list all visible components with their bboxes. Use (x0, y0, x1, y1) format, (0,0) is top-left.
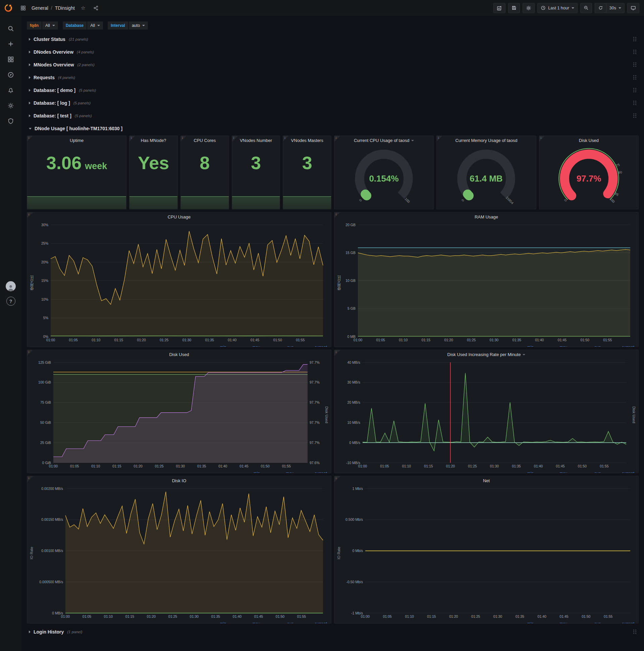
panel-title[interactable]: Current CPU Usage of taosd (334, 136, 433, 145)
info-icon[interactable]: i (437, 136, 443, 142)
row-database-log[interactable]: Database: [ log ] (5 panels) (27, 97, 639, 109)
chart-plot[interactable]: -1 Mb/s-0.50 Mb/s0 Mb/s0.500 Mb/s1 Mb/s0… (336, 486, 636, 620)
sidebar-item-alerting[interactable] (0, 83, 22, 98)
add-panel-button[interactable] (493, 3, 506, 13)
legend-column-header[interactable]: max (260, 471, 293, 473)
star-dashboard-button[interactable]: ☆ (78, 3, 88, 13)
info-icon[interactable]: i (27, 350, 33, 356)
info-icon[interactable]: i (283, 136, 289, 142)
sidebar-item-configuration[interactable] (0, 98, 22, 114)
row-login-history[interactable]: Login History (1 panel) (27, 626, 639, 638)
drag-handle-icon[interactable] (633, 629, 637, 634)
zoom-out-button[interactable] (580, 3, 592, 13)
drag-handle-icon[interactable] (633, 88, 637, 93)
panel-title[interactable]: Disk Used Increasing Rate per Minute (334, 350, 638, 359)
drag-handle-icon[interactable] (633, 37, 637, 41)
info-icon[interactable]: i (232, 136, 238, 142)
legend-column-header[interactable]: current (601, 621, 634, 623)
sidebar-item-server-admin[interactable] (0, 114, 22, 129)
legend-column-header[interactable]: min (193, 345, 226, 347)
legend-column-header[interactable]: min (193, 621, 226, 623)
panel-title[interactable]: VNodes Number (232, 136, 280, 145)
dashboard-settings-button[interactable] (523, 3, 535, 13)
legend-column-header[interactable]: avg (567, 621, 601, 623)
chart-plot[interactable]: -10 MB/s0 MB/s10 MB/s20 MB/s30 MB/s40 MB… (336, 360, 636, 469)
legend-column-header[interactable]: max (534, 345, 567, 347)
row-cluster-status[interactable]: Cluster Status (21 panels) (27, 34, 639, 45)
cycle-view-button[interactable] (627, 3, 639, 13)
legend-column-header[interactable]: current (601, 345, 634, 347)
chart-plot[interactable]: 0 MB/s0.000500 MB/s0.00100 MB/s0.00150 M… (29, 486, 329, 620)
refresh-interval-button[interactable]: 30s (606, 3, 624, 13)
legend-column-header[interactable]: current (601, 471, 634, 473)
panel-title[interactable]: Disk Used (27, 350, 331, 359)
variable-value-dropdown[interactable]: All (42, 22, 58, 30)
row-database-demo[interactable]: Database: [ demo ] (5 panels) (27, 85, 639, 96)
legend-column-header[interactable]: avg (260, 621, 293, 623)
panel-title[interactable]: Net (334, 476, 638, 485)
chart-plot[interactable]: 0%5%10%15%20%25%30%01:0001:0501:1001:150… (29, 222, 329, 343)
info-icon[interactable]: i (27, 136, 33, 142)
sidebar-item-search[interactable] (0, 21, 22, 36)
drag-handle-icon[interactable] (633, 114, 637, 118)
row-requests[interactable]: Requests (4 panels) (27, 72, 639, 83)
legend-column-header[interactable]: min (226, 471, 260, 473)
legend-column-header[interactable]: avg (260, 345, 293, 347)
panel-title[interactable]: CPU Cores (181, 136, 229, 145)
chart-plot[interactable]: 0 MB5 GB10 GB15 GB20 GB01:0001:0501:1001… (336, 222, 636, 343)
info-icon[interactable]: i (334, 212, 340, 218)
share-dashboard-button[interactable] (91, 3, 101, 13)
info-icon[interactable]: i (129, 136, 135, 142)
legend-column-header[interactable]: min (500, 471, 534, 473)
dashboard-grid-icon-button[interactable] (18, 3, 28, 13)
legend-column-header[interactable]: avg (567, 345, 601, 347)
panel-title[interactable]: Uptime (27, 136, 126, 145)
panel-title[interactable]: CPU Usage (27, 212, 331, 221)
breadcrumb-folder[interactable]: General (32, 5, 48, 11)
row-dnodes-overview[interactable]: DNodes Overview (4 panels) (27, 46, 639, 58)
row-mnodes-overview[interactable]: MNodes Overview (2 panels) (27, 59, 639, 70)
refresh-button[interactable] (595, 3, 606, 13)
save-dashboard-button[interactable] (508, 3, 520, 13)
panel-title[interactable]: Current Memory Usage of taosd (437, 136, 536, 145)
legend-column-header[interactable]: max (226, 345, 260, 347)
panel-title[interactable]: Has MNode? (129, 136, 178, 145)
drag-handle-icon[interactable] (633, 62, 637, 67)
panel-title[interactable]: Disk Used (539, 136, 638, 145)
legend-column-header[interactable]: current (293, 621, 327, 623)
grafana-logo-icon[interactable] (3, 3, 13, 13)
sidebar-item-create[interactable] (0, 36, 22, 52)
panel-title[interactable]: RAM Usage (334, 212, 638, 221)
breadcrumb-dashboard[interactable]: TDinsight (55, 5, 75, 11)
legend-column-header[interactable]: min (500, 345, 534, 347)
drag-handle-icon[interactable] (633, 101, 637, 105)
panel-title[interactable]: VNodes Masters (283, 136, 331, 145)
info-icon[interactable]: i (181, 136, 187, 142)
info-icon[interactable]: i (334, 350, 340, 356)
drag-handle-icon[interactable] (633, 50, 637, 54)
time-picker-button[interactable]: Last 1 hour (537, 3, 578, 13)
row-dnode-usage[interactable]: DNode Usage [ huolinhe-TM1701:6030 ] (27, 123, 639, 134)
variable-value-dropdown[interactable]: auto (129, 22, 148, 30)
sidebar-item-explore[interactable] (0, 67, 22, 83)
panel-title[interactable]: Disk IO (27, 476, 331, 485)
legend-column-header[interactable]: current (293, 471, 327, 473)
sidebar-item-dashboards[interactable] (0, 52, 22, 67)
legend-column-header[interactable]: current (293, 345, 327, 347)
legend-column-header[interactable]: max (226, 621, 260, 623)
sidebar-item-profile[interactable] (0, 281, 22, 292)
info-icon[interactable]: i (27, 212, 33, 218)
variable-value-dropdown[interactable]: All (87, 22, 103, 30)
chart-plot[interactable]: 0 GiB97.6%25 GiB97.7%50 GiB97.7%75 GiB97… (29, 360, 329, 469)
sidebar-item-help[interactable]: ? (6, 297, 15, 306)
drag-handle-icon[interactable] (633, 75, 637, 80)
info-icon[interactable]: i (27, 476, 33, 482)
row-database-test[interactable]: Database: [ test ] (5 panels) (27, 110, 639, 122)
info-icon[interactable]: i (334, 136, 340, 142)
legend-column-header[interactable]: avg (567, 471, 601, 473)
legend-column-header[interactable]: min (500, 621, 534, 623)
info-icon[interactable]: i (334, 476, 340, 482)
legend-column-header[interactable]: max (534, 471, 567, 473)
legend-column-header[interactable]: max (534, 621, 567, 623)
info-icon[interactable]: i (539, 136, 545, 142)
